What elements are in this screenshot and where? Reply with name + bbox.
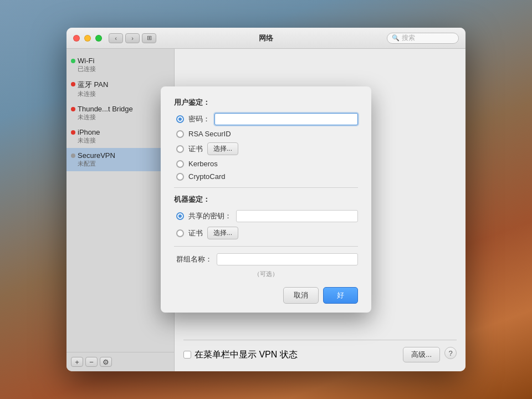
machine-sharedkey-row: 共享的密钥： [174, 210, 358, 222]
auth-cryptocard-label: CryptoCard [188, 172, 225, 181]
machine-cert-label: 证书 [188, 228, 203, 238]
auth-rsa-radio[interactable] [176, 130, 184, 138]
auth-dialog: 用户鉴定： 密码： RSA SecurID 证书 选择... Kerberos [161, 86, 371, 313]
auth-kerberos-label: Kerberos [188, 160, 218, 168]
modal-buttons: 取消 好 [174, 287, 358, 304]
cancel-button[interactable]: 取消 [283, 287, 319, 304]
machine-auth-section-title: 机器鉴定： [174, 195, 358, 204]
auth-cert-label: 证书 [188, 144, 203, 154]
machine-sharedkey-label: 共享的密钥： [188, 211, 232, 221]
password-input[interactable] [214, 113, 358, 125]
auth-cryptocard-radio[interactable] [176, 173, 184, 181]
modal-overlay: 用户鉴定： 密码： RSA SecurID 证书 选择... Kerberos [0, 0, 532, 399]
auth-rsa-label: RSA SecurID [188, 130, 231, 138]
auth-rsa-row: RSA SecurID [174, 130, 358, 138]
radio-dot [178, 117, 182, 121]
machine-cert-row: 证书 选择... [174, 227, 358, 239]
machine-sharedkey-radio[interactable] [176, 212, 184, 220]
modal-divider-1 [174, 187, 358, 188]
auth-kerberos-row: Kerberos [174, 160, 358, 168]
auth-password-label: 密码： [188, 114, 210, 124]
auth-cert-radio[interactable] [176, 145, 184, 153]
auth-section-title: 用户鉴定： [174, 98, 358, 108]
auth-cert-choose-button[interactable]: 选择... [207, 142, 238, 155]
group-name-row: 群组名称： [174, 253, 358, 265]
group-name-label: 群组名称： [176, 254, 212, 264]
ok-button[interactable]: 好 [323, 287, 358, 304]
auth-kerberos-radio[interactable] [176, 160, 184, 168]
machine-cert-choose-button[interactable]: 选择... [207, 227, 238, 239]
auth-cryptocard-row: CryptoCard [174, 172, 358, 181]
machine-cert-radio[interactable] [176, 229, 184, 237]
shared-key-input[interactable] [236, 210, 358, 222]
modal-divider-2 [174, 246, 358, 247]
auth-password-row: 密码： [174, 113, 358, 125]
radio-dot-machine [178, 214, 182, 218]
auth-cert-row: 证书 选择... [174, 142, 358, 155]
group-name-input[interactable] [217, 253, 358, 265]
auth-password-radio[interactable] [176, 115, 184, 123]
optional-hint: （可选） [174, 270, 358, 278]
